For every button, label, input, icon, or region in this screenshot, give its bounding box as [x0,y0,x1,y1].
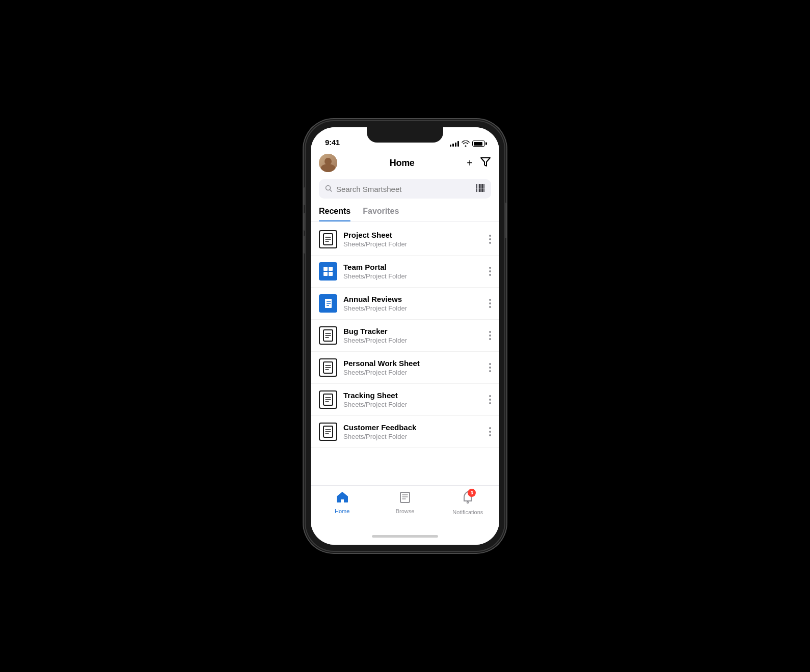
svg-rect-21 [323,272,328,276]
svg-line-1 [330,189,332,191]
list-item[interactable]: Annual Reviews Sheets/Project Folder [311,288,499,320]
list-item[interactable]: Personal Work Sheet Sheets/Project Folde… [311,352,499,384]
status-icons [450,141,485,147]
item-text: Project Sheet Sheets/Project Folder [343,231,489,248]
svg-point-50 [467,502,469,503]
item-subtitle: Sheets/Project Folder [343,240,489,248]
bottom-tab-bar: Home Browse [311,485,499,527]
item-icon-sheet [319,358,337,377]
more-button[interactable] [489,427,491,436]
signal-icon [450,141,459,147]
item-icon-sheet [319,423,337,441]
app-content: Home + [311,150,499,527]
page-title: Home [390,158,415,169]
item-title: Bug Tracker [343,327,489,335]
home-indicator [372,535,438,538]
avatar-image [319,154,337,172]
svg-rect-13 [483,188,484,192]
item-subtitle: Sheets/Project Folder [343,433,489,440]
item-icon-portal [319,262,337,281]
item-title: Customer Feedback [343,423,489,432]
item-text: Bug Tracker Sheets/Project Folder [343,327,489,344]
svg-rect-22 [329,272,333,276]
phone-screen: 9:41 [311,127,499,545]
item-text: Customer Feedback Sheets/Project Folder [343,423,489,440]
browse-icon [399,491,411,506]
item-title: Project Sheet [343,231,489,239]
list-item[interactable]: Tracking Sheet Sheets/Project Folder [311,384,499,416]
search-input[interactable] [336,185,472,193]
tab-browse[interactable]: Browse [387,491,423,514]
item-title: Annual Reviews [343,295,489,303]
tab-home-label: Home [335,508,349,514]
status-time: 9:41 [325,138,340,147]
tab-browse-label: Browse [396,508,415,514]
more-button[interactable] [489,299,491,308]
phone-device: 9:41 [306,121,504,551]
list-item[interactable]: Bug Tracker Sheets/Project Folder [311,320,499,352]
add-button[interactable]: + [467,157,473,169]
svg-rect-12 [481,188,483,192]
more-button[interactable] [489,395,491,404]
svg-rect-2 [476,184,477,188]
item-text: Annual Reviews Sheets/Project Folder [343,295,489,312]
list-item[interactable]: Team Portal Sheets/Project Folder [311,256,499,288]
filter-button[interactable] [480,157,491,170]
more-button[interactable] [489,363,491,372]
svg-rect-9 [478,188,478,192]
tab-favorites[interactable]: Favorites [363,204,399,221]
item-icon-sheet [319,326,337,345]
svg-rect-8 [476,188,477,192]
svg-rect-7 [483,184,484,188]
recents-list: Project Sheet Sheets/Project Folder [311,223,499,485]
item-subtitle: Sheets/Project Folder [343,304,489,312]
list-item[interactable]: Customer Feedback Sheets/Project Folder [311,416,499,448]
tab-notifications-label: Notifications [452,509,483,515]
item-title: Personal Work Sheet [343,359,489,368]
item-icon-notebook [319,294,337,313]
item-text: Tracking Sheet Sheets/Project Folder [343,391,489,408]
avatar[interactable] [319,154,337,172]
notification-badge: 3 [468,489,476,497]
svg-rect-19 [323,267,328,271]
battery-icon [472,141,485,147]
svg-rect-5 [480,184,481,188]
wifi-icon [462,141,470,147]
tab-home[interactable]: Home [325,491,360,514]
header-actions: + [467,157,491,170]
content-tabs: Recents Favorites [311,204,499,221]
svg-rect-11 [480,188,481,192]
more-button[interactable] [489,267,491,276]
search-icon [325,185,332,193]
item-title: Team Portal [343,263,489,271]
more-button[interactable] [489,331,491,340]
item-subtitle: Sheets/Project Folder [343,272,489,280]
item-subtitle: Sheets/Project Folder [343,337,489,344]
item-text: Personal Work Sheet Sheets/Project Folde… [343,359,489,376]
item-subtitle: Sheets/Project Folder [343,401,489,408]
svg-rect-45 [400,492,410,502]
notch [367,127,443,143]
item-subtitle: Sheets/Project Folder [343,369,489,376]
list-item[interactable]: Project Sheet Sheets/Project Folder [311,223,499,256]
tab-recents[interactable]: Recents [319,204,350,221]
svg-rect-6 [481,184,483,188]
item-title: Tracking Sheet [343,391,489,400]
home-icon [336,491,349,506]
svg-rect-10 [479,188,480,192]
item-text: Team Portal Sheets/Project Folder [343,263,489,280]
svg-rect-4 [479,184,480,188]
tab-notifications[interactable]: 3 Notifications [450,491,485,515]
svg-rect-3 [478,184,478,188]
home-bar [311,527,499,545]
notifications-icon: 3 [462,491,474,507]
svg-rect-20 [329,267,333,271]
item-icon-sheet [319,390,337,409]
more-button[interactable] [489,235,491,244]
item-icon-sheet [319,230,337,248]
app-header: Home + [311,150,499,177]
search-bar[interactable] [319,179,491,199]
barcode-icon[interactable] [476,183,485,194]
